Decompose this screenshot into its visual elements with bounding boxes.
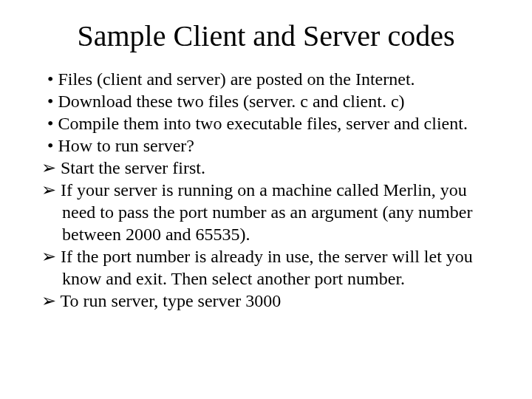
bullet-item: How to run server?	[30, 134, 502, 157]
bullet-item-arrow: To run server, type server 3000	[30, 290, 502, 312]
bullet-item: Download these two files (server. c and …	[30, 90, 502, 112]
bullet-item-arrow: Start the server first.	[30, 157, 502, 179]
bullet-item-arrow: If the port number is already in use, th…	[30, 245, 502, 290]
bullet-item: Compile them into two executable files, …	[30, 112, 502, 134]
slide-content: Files (client and server) are posted on …	[30, 68, 502, 312]
bullet-item-arrow: If your server is running on a machine c…	[30, 179, 502, 245]
bullet-item: Files (client and server) are posted on …	[30, 68, 502, 90]
slide-title: Sample Client and Server codes	[30, 18, 502, 53]
slide: Sample Client and Server codes Files (cl…	[0, 0, 532, 399]
